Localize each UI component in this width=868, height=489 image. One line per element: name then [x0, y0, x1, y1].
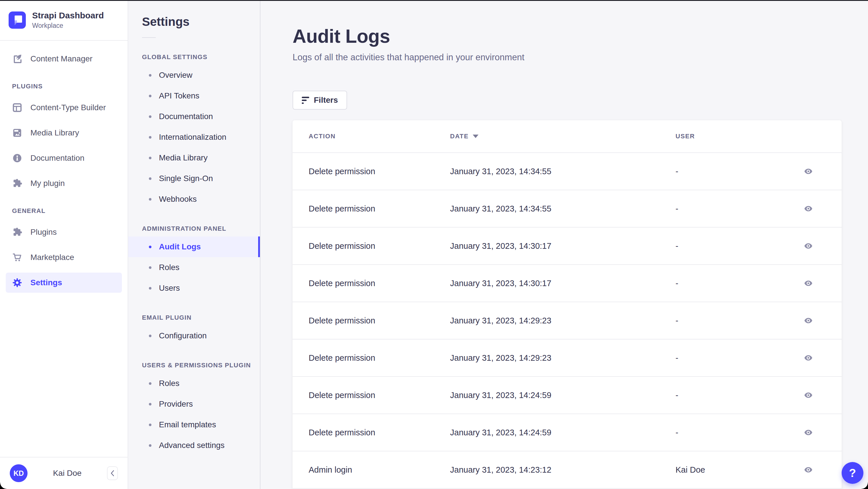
- subnav-item-internationalization[interactable]: Internationalization: [128, 127, 260, 148]
- column-header-user: USER: [676, 132, 695, 140]
- subnav-item-label: Roles: [159, 379, 180, 388]
- eye-icon: [803, 428, 814, 437]
- user-name: Kai Doe: [35, 469, 99, 478]
- cell-action: Admin login: [309, 465, 450, 475]
- view-log-button[interactable]: [803, 465, 814, 474]
- eye-icon: [803, 279, 814, 287]
- sidebar-item-plugins[interactable]: Plugins: [6, 222, 122, 242]
- subnav-item-label: Audit Logs: [159, 242, 201, 251]
- subnav-section-label: GLOBAL SETTINGS: [142, 53, 260, 61]
- sidebar-item-label: Documentation: [30, 154, 84, 163]
- subnav-item-label: Advanced settings: [159, 441, 225, 450]
- filter-icon: [302, 97, 309, 104]
- nav-section-plugins: PLUGINS: [12, 83, 122, 90]
- cell-user: -: [676, 353, 803, 363]
- eye-icon: [803, 354, 814, 362]
- cell-date: January 31, 2023, 14:29:23: [450, 353, 676, 363]
- view-log-button[interactable]: [803, 204, 814, 213]
- bullet-icon: [149, 444, 151, 447]
- cell-date: January 31, 2023, 14:29:23: [450, 316, 676, 326]
- view-log-button[interactable]: [803, 391, 814, 399]
- sidebar-item-media-library[interactable]: Media Library: [6, 123, 122, 143]
- view-log-button[interactable]: [803, 242, 814, 250]
- bullet-icon: [149, 335, 151, 337]
- sidebar-item-marketplace[interactable]: Marketplace: [6, 247, 122, 268]
- view-log-button[interactable]: [803, 428, 814, 437]
- strapi-logo-icon: [9, 11, 26, 29]
- picture-icon: [12, 128, 22, 138]
- subnav-item-label: API Tokens: [159, 91, 199, 100]
- subnav-item-configuration[interactable]: Configuration: [128, 326, 260, 346]
- filters-button[interactable]: Filters: [292, 91, 347, 110]
- cell-user: -: [676, 167, 803, 176]
- table-row: Delete permission January 31, 2023, 14:2…: [292, 414, 842, 451]
- cell-user: -: [676, 279, 803, 288]
- bullet-icon: [149, 246, 151, 248]
- layout-grid-icon: [12, 102, 22, 113]
- table-header-row: ACTION DATE USER: [292, 120, 842, 152]
- column-header-date-label: DATE: [450, 132, 469, 140]
- subnav-divider: [142, 37, 156, 38]
- eye-icon: [803, 391, 814, 399]
- subnav-item-audit-logs[interactable]: Audit Logs: [128, 237, 260, 257]
- subnav-item-overview[interactable]: Overview: [128, 65, 260, 86]
- settings-subnav: Settings GLOBAL SETTINGS Overview API To…: [128, 0, 260, 489]
- sidebar-item-content-manager[interactable]: Content Manager: [6, 49, 122, 69]
- eye-icon: [803, 465, 814, 474]
- subnav-item-webhooks[interactable]: Webhooks: [128, 189, 260, 210]
- sidebar-item-settings[interactable]: Settings: [6, 273, 122, 293]
- subnav-section-email-plugin: EMAIL PLUGIN Configuration: [128, 314, 260, 346]
- sidebar-item-my-plugin[interactable]: My plugin: [6, 173, 122, 193]
- workspace-subtitle: Workplace: [32, 22, 104, 30]
- cell-date: January 31, 2023, 14:24:59: [450, 391, 676, 400]
- subnav-item-advanced-settings[interactable]: Advanced settings: [128, 435, 260, 456]
- eye-icon: [803, 167, 814, 176]
- bullet-icon: [149, 95, 151, 97]
- view-log-button[interactable]: [803, 316, 814, 325]
- subnav-item-admin-roles[interactable]: Roles: [128, 257, 260, 278]
- subnav-item-label: Overview: [159, 70, 192, 80]
- table-row: Admin login January 31, 2023, 14:23:12 K…: [292, 451, 842, 488]
- table-row: Delete permission January 31, 2023, 14:3…: [292, 264, 842, 302]
- sidebar-item-documentation[interactable]: Documentation: [6, 148, 122, 168]
- subnav-item-label: Single Sign-On: [159, 174, 213, 183]
- subnav-item-single-sign-on[interactable]: Single Sign-On: [128, 168, 260, 189]
- cell-action: Delete permission: [309, 353, 450, 363]
- subnav-item-api-tokens[interactable]: API Tokens: [128, 86, 260, 106]
- subnav-item-admin-users[interactable]: Users: [128, 278, 260, 299]
- eye-icon: [803, 316, 814, 325]
- view-log-button[interactable]: [803, 279, 814, 287]
- user-profile-row[interactable]: KD Kai Doe: [0, 457, 128, 489]
- subnav-item-up-roles[interactable]: Roles: [128, 373, 260, 394]
- collapse-sidebar-button[interactable]: [107, 466, 118, 480]
- subnav-section-label: USERS & PERMISSIONS PLUGIN: [142, 362, 260, 369]
- gear-icon: [12, 277, 22, 288]
- subnav-item-label: Email templates: [159, 420, 216, 429]
- cell-action: Delete permission: [309, 241, 450, 251]
- avatar[interactable]: KD: [10, 464, 28, 482]
- bullet-icon: [149, 74, 151, 77]
- subnav-item-email-templates[interactable]: Email templates: [128, 415, 260, 435]
- table-row: Delete permission January 31, 2023, 14:3…: [292, 227, 842, 264]
- nav-section-general: GENERAL: [12, 207, 122, 215]
- subnav-item-providers[interactable]: Providers: [128, 394, 260, 415]
- subnav-item-documentation[interactable]: Documentation: [128, 106, 260, 127]
- cell-date: January 31, 2023, 14:30:17: [450, 241, 676, 251]
- bullet-icon: [149, 424, 151, 426]
- bullet-icon: [149, 198, 151, 201]
- cell-action: Delete permission: [309, 316, 450, 326]
- subnav-item-media-library[interactable]: Media Library: [128, 148, 260, 168]
- subnav-item-label: Configuration: [159, 331, 207, 340]
- column-header-date[interactable]: DATE: [450, 132, 478, 140]
- cell-action: Delete permission: [309, 279, 450, 288]
- subnav-section-label: EMAIL PLUGIN: [142, 314, 260, 322]
- subnav-item-label: Roles: [159, 263, 180, 272]
- view-log-button[interactable]: [803, 167, 814, 176]
- bullet-icon: [149, 382, 151, 385]
- sidebar-item-content-type-builder[interactable]: Content-Type Builder: [6, 98, 122, 118]
- view-log-button[interactable]: [803, 354, 814, 362]
- cell-user: Kai Doe: [676, 465, 803, 475]
- window-corner: [862, 483, 868, 489]
- bullet-icon: [149, 136, 151, 139]
- help-button[interactable]: ?: [842, 462, 863, 484]
